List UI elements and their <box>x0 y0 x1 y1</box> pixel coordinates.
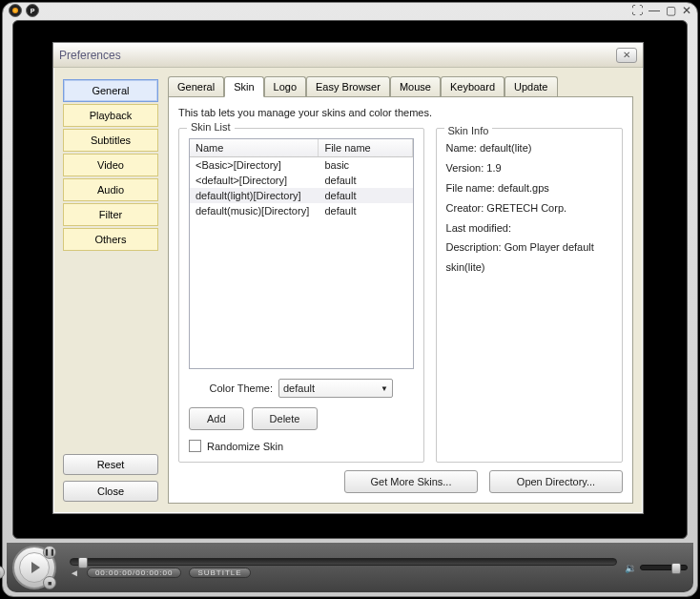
volume-knob[interactable] <box>671 563 681 574</box>
skin-list-legend: Skin List <box>187 121 235 133</box>
dialog-title: Preferences <box>59 49 121 62</box>
list-cell: <default>[Directory] <box>190 173 319 188</box>
prev-button[interactable]: ◄ <box>0 566 5 579</box>
tab-general[interactable]: General <box>168 76 224 97</box>
app-logo-icon <box>9 4 22 17</box>
randomize-label: Randomize Skin <box>207 441 283 452</box>
nav-playback[interactable]: Playback <box>63 104 158 127</box>
list-item[interactable]: default(music)[Directory] default <box>190 203 413 218</box>
close-window-icon[interactable]: ✕ <box>682 4 691 17</box>
info-description: Description: Gom Player default skin(lit… <box>446 238 612 278</box>
tab-logo[interactable]: Logo <box>264 76 306 97</box>
info-modified: Last modified: <box>446 218 612 238</box>
list-item[interactable]: <default>[Directory] default <box>190 173 413 188</box>
tab-easy-browser[interactable]: Easy Browser <box>306 76 390 97</box>
list-cell: default(light)[Directory] <box>190 188 319 203</box>
play-icon <box>31 562 40 573</box>
list-item[interactable]: <Basic>[Directory] basic <box>190 157 413 173</box>
nav-audio[interactable]: Audio <box>63 178 158 201</box>
minimize-icon[interactable]: — <box>649 4 660 17</box>
tab-keyboard[interactable]: Keyboard <box>441 76 504 97</box>
window-titlebar: P ⛶ — ▢ ✕ <box>3 3 697 18</box>
list-cell: default <box>319 188 412 203</box>
skin-list-group: Skin List Name File name <Basic>[Directo… <box>178 128 424 463</box>
sidebar-nav: General Playback Subtitles Video Audio F… <box>53 68 168 513</box>
list-item[interactable]: default(light)[Directory] default <box>190 188 413 203</box>
list-cell: default(music)[Directory] <box>190 203 319 218</box>
tab-skin[interactable]: Skin <box>224 76 263 97</box>
timecode: 00:00:00/00:00:00 <box>87 568 182 578</box>
subtitle-button[interactable]: SUBTITLE <box>189 568 250 578</box>
dropdown-value: default <box>283 382 315 394</box>
tab-description: This tab lets you manage your skins and … <box>178 107 623 118</box>
skin-info-group: Skin Info Name: default(lite) Version: 1… <box>436 128 623 463</box>
list-header: Name File name <box>190 139 413 157</box>
seek-slider[interactable] <box>70 558 617 566</box>
info-creator: Creator: GRETECH Corp. <box>446 198 612 218</box>
rewind-icon[interactable]: ◄ <box>70 568 79 578</box>
nav-filter[interactable]: Filter <box>63 203 158 226</box>
list-cell: <Basic>[Directory] <box>190 157 319 173</box>
player-controls: ◄ ❚❚ ■ ◄ 00:00:00/00:00:00 SUBTITLE 🔉 <box>7 543 693 592</box>
skin-listbox[interactable]: Name File name <Basic>[Directory] basic … <box>189 138 414 369</box>
tab-panel-skin: This tab lets you manage your skins and … <box>168 96 633 504</box>
color-theme-label: Color Theme: <box>210 382 273 394</box>
color-theme-dropdown[interactable]: default ▼ <box>278 379 393 398</box>
list-cell: basic <box>319 157 412 173</box>
delete-button[interactable]: Delete <box>252 407 319 430</box>
info-version: Version: 1.9 <box>446 158 612 178</box>
nav-video[interactable]: Video <box>63 154 158 176</box>
stop-button[interactable]: ■ <box>43 576 56 589</box>
nav-general[interactable]: General <box>63 79 158 102</box>
list-cell: default <box>319 173 412 188</box>
open-directory-button[interactable]: Open Directory... <box>489 470 623 493</box>
fullscreen-icon[interactable]: ⛶ <box>631 4 643 17</box>
tab-update[interactable]: Update <box>504 76 557 97</box>
close-button[interactable]: Close <box>63 481 158 502</box>
info-name: Name: default(lite) <box>446 138 612 158</box>
col-file[interactable]: File name <box>319 139 412 156</box>
pause-button[interactable]: ❚❚ <box>43 546 56 559</box>
col-name[interactable]: Name <box>190 139 319 156</box>
preferences-dialog: Preferences ✕ General Playback Subtitles… <box>52 42 644 514</box>
dialog-titlebar: Preferences ✕ <box>53 43 643 68</box>
dialog-close-button[interactable]: ✕ <box>616 48 637 63</box>
list-cell: default <box>319 203 412 218</box>
skin-info-legend: Skin Info <box>444 121 493 141</box>
app-badge-icon: P <box>26 4 39 17</box>
volume-slider[interactable] <box>640 565 688 570</box>
nav-subtitles[interactable]: Subtitles <box>63 129 158 152</box>
seek-knob[interactable] <box>78 557 88 568</box>
reset-button[interactable]: Reset <box>63 454 158 475</box>
maximize-icon[interactable]: ▢ <box>666 4 676 17</box>
add-button[interactable]: Add <box>189 407 244 430</box>
tab-strip: General Skin Logo Easy Browser Mouse Key… <box>168 75 633 96</box>
chevron-down-icon: ▼ <box>381 384 388 393</box>
play-button[interactable]: ❚❚ ■ <box>12 546 56 589</box>
get-more-skins-button[interactable]: Get More Skins... <box>344 470 478 493</box>
nav-others[interactable]: Others <box>63 228 158 251</box>
speaker-icon[interactable]: 🔉 <box>625 563 636 573</box>
randomize-checkbox[interactable] <box>189 440 201 452</box>
tab-mouse[interactable]: Mouse <box>390 76 441 97</box>
info-filename: File name: default.gps <box>446 178 612 198</box>
